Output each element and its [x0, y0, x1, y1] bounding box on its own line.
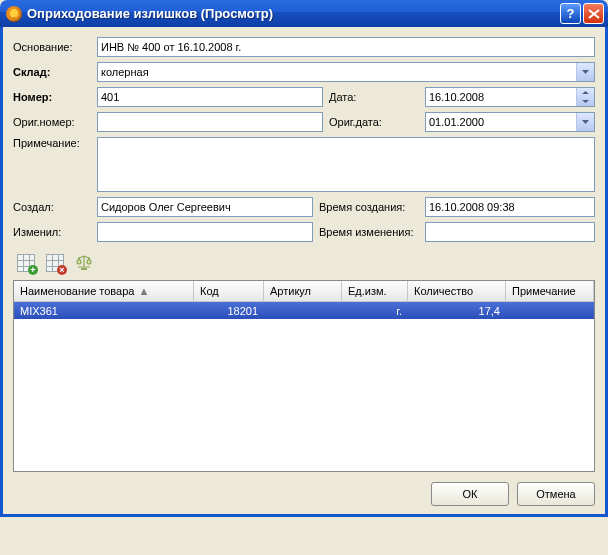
warehouse-dropdown[interactable]	[97, 62, 595, 82]
col-qty[interactable]: Количество	[408, 281, 506, 301]
col-name[interactable]: Наименование товара ▲	[14, 281, 194, 301]
note-field[interactable]	[97, 137, 595, 192]
cell-unit: г.	[342, 304, 408, 318]
titlebar: Оприходование излишков (Просмотр) ?	[0, 0, 608, 27]
help-button[interactable]: ?	[560, 3, 581, 24]
dialog-buttons: ОК Отмена	[13, 482, 595, 506]
orig-date-value[interactable]	[426, 114, 576, 130]
table-row[interactable]: MIX361 18201 г. 17,4	[14, 302, 594, 319]
changed-at-field[interactable]	[425, 222, 595, 242]
date-label: Дата:	[329, 91, 419, 103]
svg-rect-0	[81, 268, 87, 270]
col-note[interactable]: Примечание	[506, 281, 594, 301]
created-at-label: Время создания:	[319, 201, 419, 213]
balance-button[interactable]	[71, 250, 97, 276]
basis-field[interactable]	[97, 37, 595, 57]
orig-date-label: Ориг.дата:	[329, 116, 419, 128]
warehouse-label: Склад:	[13, 66, 91, 78]
note-label: Примечание:	[13, 137, 91, 149]
number-field[interactable]	[97, 87, 323, 107]
cell-note	[506, 310, 594, 312]
orig-number-label: Ориг.номер:	[13, 116, 91, 128]
cell-sku	[264, 310, 342, 312]
orig-number-field[interactable]	[97, 112, 323, 132]
client-area: Основание: Склад: Номер: Дата:	[0, 27, 608, 517]
table-body[interactable]: MIX361 18201 г. 17,4	[14, 302, 594, 471]
delete-row-button[interactable]: ×	[42, 250, 68, 276]
col-unit[interactable]: Ед.изм.	[342, 281, 408, 301]
app-icon	[6, 6, 22, 22]
cell-qty: 17,4	[408, 304, 506, 318]
created-by-field[interactable]	[97, 197, 313, 217]
cancel-button[interactable]: Отмена	[517, 482, 595, 506]
table-header: Наименование товара ▲ Код Артикул Ед.изм…	[14, 281, 594, 302]
scales-icon	[74, 253, 94, 273]
date-field[interactable]	[425, 87, 595, 107]
window: Оприходование излишков (Просмотр) ? Осно…	[0, 0, 608, 517]
add-row-button[interactable]: +	[13, 250, 39, 276]
grid-add-icon: +	[16, 253, 36, 273]
cell-code: 18201	[194, 304, 264, 318]
grid-delete-icon: ×	[45, 253, 65, 273]
created-by-label: Создал:	[13, 201, 91, 213]
col-code[interactable]: Код	[194, 281, 264, 301]
col-sku[interactable]: Артикул	[264, 281, 342, 301]
table-toolbar: + ×	[13, 250, 595, 276]
number-label: Номер:	[13, 91, 91, 103]
sort-asc-icon: ▲	[138, 285, 149, 297]
changed-by-field[interactable]	[97, 222, 313, 242]
chevron-down-icon[interactable]	[576, 113, 594, 131]
date-spin-down[interactable]	[577, 97, 594, 106]
close-button[interactable]	[583, 3, 604, 24]
ok-button[interactable]: ОК	[431, 482, 509, 506]
cell-name: MIX361	[14, 304, 194, 318]
col-name-label: Наименование товара	[20, 285, 134, 297]
changed-at-label: Время изменения:	[319, 226, 419, 238]
warehouse-value[interactable]	[98, 64, 576, 80]
chevron-down-icon[interactable]	[576, 63, 594, 81]
basis-label: Основание:	[13, 41, 91, 53]
changed-by-label: Изменил:	[13, 226, 91, 238]
orig-date-dropdown[interactable]	[425, 112, 595, 132]
date-value[interactable]	[426, 88, 576, 106]
items-table: Наименование товара ▲ Код Артикул Ед.изм…	[13, 280, 595, 472]
date-spin-up[interactable]	[577, 88, 594, 97]
close-icon	[588, 9, 600, 19]
window-title: Оприходование излишков (Просмотр)	[27, 6, 560, 21]
created-at-field[interactable]	[425, 197, 595, 217]
